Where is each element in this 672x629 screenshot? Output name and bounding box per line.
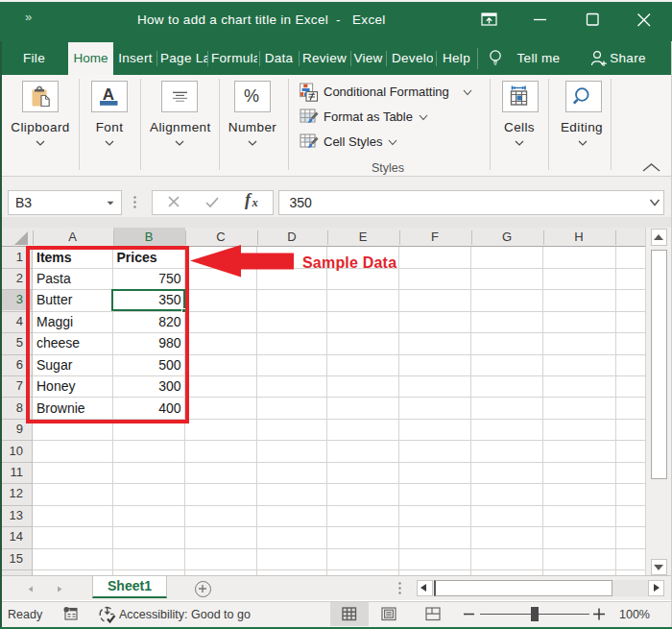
svg-text:A: A — [103, 85, 114, 104]
